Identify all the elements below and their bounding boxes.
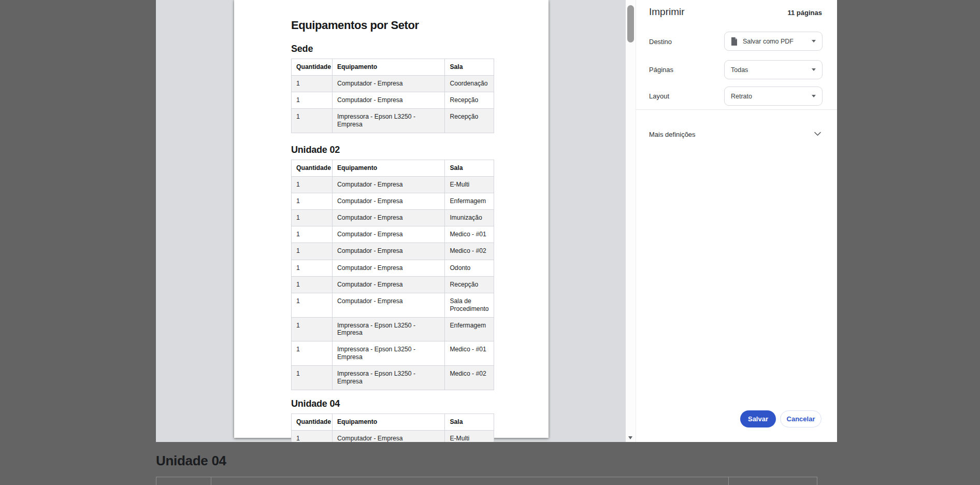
table-row: 1Computador - EmpresaRecepção <box>292 92 494 109</box>
table-cell: Computador - Empresa <box>332 276 444 293</box>
table-cell: 1 <box>292 76 333 92</box>
caret-down-icon <box>812 68 816 71</box>
column-header: Quantidade <box>292 59 333 75</box>
chevron-down-icon <box>814 132 821 136</box>
table-cell: Computador - Empresa <box>332 226 444 243</box>
background-page-heading: Unidade 04 <box>156 453 226 469</box>
scroll-down-icon[interactable] <box>628 436 632 439</box>
document-title: Equipamentos por Setor <box>291 0 494 32</box>
print-preview-area: Equipamentos por Setor SedeQuantidadeEqu… <box>156 0 626 442</box>
table-row: 1Impressora - Epson L3250 - EmpresaEnfer… <box>292 317 494 341</box>
print-preview-screen: Unidade 04 Equipamentos por Setor SedeQu… <box>0 0 980 485</box>
table-cell: 1 <box>292 293 333 317</box>
caret-down-icon <box>812 95 816 97</box>
table-cell: 1 <box>292 276 333 293</box>
column-header: Sala <box>445 160 494 176</box>
table-cell: Medico - #01 <box>445 226 494 243</box>
equipment-table: QuantidadeEquipamentoSala1Computador - E… <box>291 59 494 133</box>
table-cell: 1 <box>292 176 333 193</box>
table-cell: 1 <box>292 317 333 341</box>
table-row: 1Impressora - Epson L3250 - EmpresaMedic… <box>292 366 494 390</box>
column-header: Sala <box>445 59 494 75</box>
table-cell: Enfermagem <box>445 193 494 210</box>
destination-value: Salvar como PDF <box>743 38 794 45</box>
table-cell: 1 <box>292 260 333 276</box>
column-header: Equipamento <box>332 160 444 176</box>
table-row: 1Computador - EmpresaOdonto <box>292 260 494 276</box>
table-cell: Computador - Empresa <box>332 243 444 260</box>
layout-value: Retrato <box>731 93 752 100</box>
table-cell: Computador - Empresa <box>332 76 444 92</box>
table-cell: Impressora - Epson L3250 - Empresa <box>332 317 444 341</box>
table-header-row: QuantidadeEquipamentoSala <box>292 413 494 430</box>
table-cell: Impressora - Epson L3250 - Empresa <box>332 109 444 133</box>
table-row: 1Computador - EmpresaImunização <box>292 210 494 226</box>
table-cell: Recepção <box>445 92 494 109</box>
save-button[interactable]: Salvar <box>740 410 776 427</box>
table-cell: Odonto <box>445 260 494 276</box>
document-icon <box>731 37 738 46</box>
table-cell: Medico - #02 <box>445 366 494 390</box>
background-table-divider <box>211 477 211 485</box>
dialog-divider <box>636 109 837 110</box>
table-cell: Medico - #02 <box>445 243 494 260</box>
equipment-table: QuantidadeEquipamentoSala1Computador - E… <box>291 160 494 390</box>
table-row: 1Computador - EmpresaEnfermagem <box>292 193 494 210</box>
table-cell: Computador - Empresa <box>332 176 444 193</box>
table-cell: 1 <box>292 366 333 390</box>
table-cell: Computador - Empresa <box>332 260 444 276</box>
section-heading: Unidade 04 <box>291 398 494 410</box>
column-header: Equipamento <box>332 413 444 430</box>
table-cell: Impressora - Epson L3250 - Empresa <box>332 341 444 366</box>
table-cell: E-Multi <box>445 176 494 193</box>
layout-label: Layout <box>649 92 669 101</box>
table-row: 1Computador - EmpresaE-Multi <box>292 176 494 193</box>
table-cell: 1 <box>292 193 333 210</box>
table-cell: 1 <box>292 341 333 366</box>
table-cell: Computador - Empresa <box>332 430 444 442</box>
table-cell: Computador - Empresa <box>332 210 444 226</box>
table-cell: Computador - Empresa <box>332 92 444 109</box>
table-cell: 1 <box>292 109 333 133</box>
table-cell: E-Multi <box>445 430 494 442</box>
table-header-row: QuantidadeEquipamentoSala <box>292 160 494 176</box>
table-header-row: QuantidadeEquipamentoSala <box>292 59 494 75</box>
cancel-button[interactable]: Cancelar <box>780 410 822 427</box>
caret-down-icon <box>812 40 816 42</box>
table-cell: 1 <box>292 243 333 260</box>
table-cell: 1 <box>292 226 333 243</box>
preview-scrollbar[interactable] <box>626 0 636 442</box>
table-cell: Medico - #01 <box>445 341 494 366</box>
destination-select[interactable]: Salvar como PDF <box>724 32 823 51</box>
page-count-label: 11 páginas <box>788 9 822 17</box>
more-settings-button[interactable]: Mais definições <box>636 124 837 145</box>
background-table-divider <box>728 477 729 485</box>
scrollbar-thumb[interactable] <box>627 5 634 42</box>
table-cell: Recepção <box>445 109 494 133</box>
table-cell: Computador - Empresa <box>332 193 444 210</box>
table-cell: Coordenação <box>445 76 494 92</box>
table-row: 1Computador - EmpresaSala de Procediment… <box>292 293 494 317</box>
table-cell: 1 <box>292 92 333 109</box>
pages-select[interactable]: Todas <box>724 60 823 79</box>
preview-page: Equipamentos por Setor SedeQuantidadeEqu… <box>234 0 549 438</box>
column-header: Quantidade <box>292 160 333 176</box>
layout-select[interactable]: Retrato <box>724 87 823 106</box>
table-cell: Imunização <box>445 210 494 226</box>
table-row: 1Computador - EmpresaCoordenação <box>292 76 494 92</box>
table-cell: Computador - Empresa <box>332 293 444 317</box>
table-cell: 1 <box>292 430 333 442</box>
destination-label: Destino <box>649 38 672 46</box>
more-settings-label: Mais definições <box>649 131 696 138</box>
pages-label: Páginas <box>649 66 673 74</box>
column-header: Equipamento <box>332 59 444 75</box>
table-cell: Impressora - Epson L3250 - Empresa <box>332 366 444 390</box>
table-cell: Enfermagem <box>445 317 494 341</box>
column-header: Sala <box>445 413 494 430</box>
table-row: 1Computador - EmpresaE-Multi <box>292 430 494 442</box>
section-heading: Unidade 02 <box>291 145 494 156</box>
table-cell: 1 <box>292 210 333 226</box>
column-header: Quantidade <box>292 413 333 430</box>
background-table <box>156 477 817 485</box>
table-cell: Sala de Procedimento <box>445 293 494 317</box>
